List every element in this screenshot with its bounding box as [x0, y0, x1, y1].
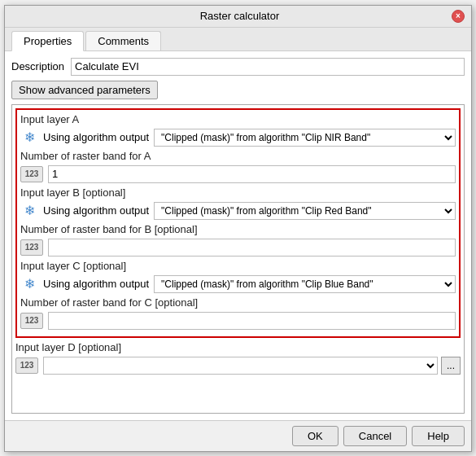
inner-content: Input layer A ❄ Using algorithm output "…: [12, 105, 464, 381]
band-b-num-icon: 123: [20, 239, 43, 256]
raster-calculator-window: Raster calculator × Properties Comments …: [4, 5, 472, 452]
input-d-dots-button[interactable]: ...: [441, 357, 461, 375]
help-button[interactable]: Help: [412, 426, 465, 446]
tab-properties[interactable]: Properties: [11, 31, 84, 51]
band-b-row: 123: [20, 239, 456, 256]
algo-c-dropdown[interactable]: "Clipped (mask)" from algorithm "Clip Bl…: [154, 275, 456, 293]
algo-b-icon[interactable]: ❄: [20, 202, 38, 220]
band-b-input[interactable]: [48, 239, 456, 256]
tab-comments[interactable]: Comments: [85, 31, 161, 50]
scrollable-area[interactable]: Input layer A ❄ Using algorithm output "…: [11, 104, 465, 414]
input-c-algo-row: ❄ Using algorithm output "Clipped (mask)…: [20, 275, 456, 293]
algo-b-dropdown[interactable]: "Clipped (mask)" from algorithm "Clip Re…: [154, 202, 456, 220]
ok-button[interactable]: OK: [292, 426, 338, 446]
footer: OK Cancel Help: [5, 420, 471, 451]
input-d-inner: ...: [43, 357, 461, 375]
band-d-num-icon: 123: [15, 357, 38, 374]
algo-a-label: Using algorithm output: [43, 131, 149, 143]
description-label: Description: [11, 60, 64, 72]
algo-c-icon[interactable]: ❄: [20, 275, 38, 293]
close-button[interactable]: ×: [452, 10, 465, 23]
input-a-label: Input layer A: [20, 113, 456, 125]
band-c-num-icon: 123: [20, 313, 43, 329]
band-a-num-icon: 123: [20, 166, 43, 182]
show-advanced-button[interactable]: Show advanced parameters: [11, 81, 158, 99]
input-d-label: Input layer D [optional]: [15, 341, 461, 353]
input-a-algo-row: ❄ Using algorithm output "Clipped (mask)…: [20, 129, 456, 147]
band-c-input[interactable]: [48, 312, 456, 330]
band-a-row: 123: [20, 165, 456, 183]
band-a-input[interactable]: [48, 165, 456, 183]
algo-a-icon[interactable]: ❄: [20, 129, 38, 147]
red-border-section: Input layer A ❄ Using algorithm output "…: [15, 108, 461, 338]
input-c-label: Input layer C [optional]: [20, 260, 456, 272]
input-d-dropdown[interactable]: [43, 357, 438, 375]
input-b-label: Input layer B [optional]: [20, 186, 456, 199]
main-content: Description Show advanced parameters Inp…: [5, 51, 471, 420]
input-b-algo-row: ❄ Using algorithm output "Clipped (mask)…: [20, 202, 456, 220]
description-input[interactable]: [71, 58, 465, 76]
input-d-row: 123 ...: [15, 357, 461, 375]
algo-c-label: Using algorithm output: [43, 278, 149, 290]
algo-a-dropdown[interactable]: "Clipped (mask)" from algorithm "Clip NI…: [154, 129, 456, 147]
tabs-bar: Properties Comments: [5, 28, 471, 51]
band-c-row: 123: [20, 312, 456, 330]
window-title: Raster calculator: [28, 10, 452, 22]
band-b-label: Number of raster band for B [optional]: [20, 223, 456, 235]
band-c-label: Number of raster band for C [optional]: [20, 296, 456, 309]
cancel-button[interactable]: Cancel: [343, 426, 407, 446]
titlebar: Raster calculator ×: [5, 6, 471, 28]
band-a-label: Number of raster band for A: [20, 150, 456, 162]
algo-b-label: Using algorithm output: [43, 204, 149, 217]
description-row: Description: [11, 58, 465, 76]
